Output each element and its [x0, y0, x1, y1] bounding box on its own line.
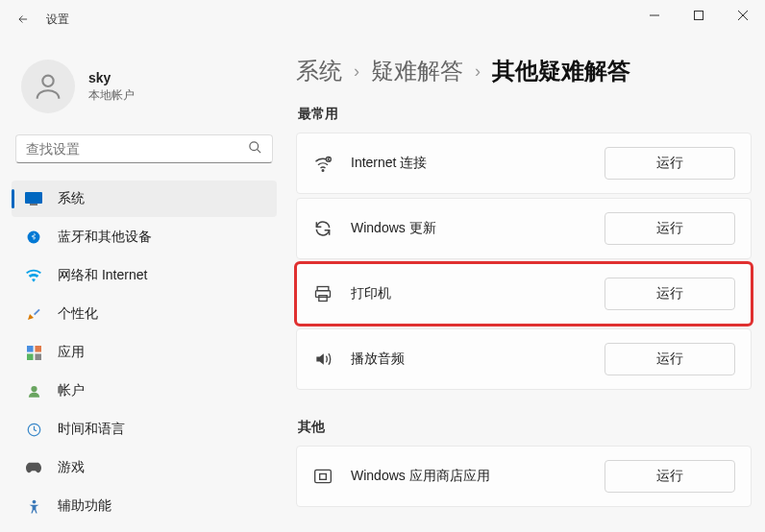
- breadcrumb-troubleshoot[interactable]: 疑难解答: [371, 56, 463, 86]
- avatar: [21, 60, 75, 113]
- troubleshooter-label: Windows 更新: [351, 220, 605, 237]
- apps-icon: [25, 344, 42, 361]
- nav: 系统 蓝牙和其他设备 网络和 Internet 个性化 应用 帐户: [12, 181, 277, 524]
- svg-point-16: [32, 499, 36, 503]
- troubleshooter-label: 播放音频: [351, 351, 605, 368]
- account-icon: [25, 382, 42, 399]
- breadcrumb: 系统 › 疑难解答 › 其他疑难解答: [296, 56, 752, 86]
- nav-network[interactable]: 网络和 Internet: [12, 257, 277, 294]
- svg-point-14: [31, 385, 37, 391]
- svg-rect-23: [320, 474, 327, 480]
- search-icon: [248, 140, 262, 158]
- minimize-button[interactable]: [632, 0, 677, 31]
- svg-rect-7: [25, 192, 42, 204]
- window-controls: [632, 0, 765, 31]
- troubleshooter-audio: 播放音频 运行: [296, 328, 752, 390]
- troubleshooter-printer: 打印机 运行: [296, 263, 752, 325]
- run-button[interactable]: 运行: [605, 147, 735, 180]
- run-button[interactable]: 运行: [605, 460, 735, 493]
- accessibility-icon: [25, 497, 42, 515]
- profile-name: sky: [88, 70, 135, 85]
- section-frequent-label: 最常用: [298, 106, 752, 123]
- nav-gaming[interactable]: 游戏: [12, 449, 277, 486]
- section-other-label: 其他: [298, 419, 752, 436]
- svg-rect-20: [316, 291, 331, 298]
- profile-subtitle: 本地帐户: [88, 87, 135, 104]
- breadcrumb-current: 其他疑难解答: [492, 56, 630, 86]
- troubleshooter-label: Windows 应用商店应用: [351, 468, 605, 485]
- chevron-right-icon: ›: [475, 61, 481, 82]
- svg-rect-21: [319, 296, 327, 302]
- troubleshooter-label: Internet 连接: [351, 155, 605, 172]
- svg-point-17: [322, 170, 324, 172]
- troubleshooter-store: Windows 应用商店应用 运行: [296, 446, 752, 507]
- svg-line-6: [257, 149, 260, 153]
- svg-rect-11: [35, 346, 41, 352]
- nav-label: 网络和 Internet: [58, 267, 147, 284]
- svg-point-5: [250, 141, 259, 150]
- svg-point-4: [42, 76, 53, 86]
- svg-rect-22: [315, 470, 332, 482]
- nav-label: 游戏: [58, 459, 85, 476]
- clock-icon: [25, 421, 42, 438]
- svg-rect-13: [35, 353, 41, 360]
- chevron-right-icon: ›: [354, 61, 359, 82]
- nav-system[interactable]: 系统: [12, 181, 277, 217]
- nav-label: 帐户: [58, 382, 85, 399]
- refresh-icon: [312, 218, 333, 239]
- svg-rect-10: [27, 346, 34, 352]
- svg-rect-8: [30, 204, 37, 206]
- run-button[interactable]: 运行: [605, 212, 735, 245]
- profile[interactable]: sky 本地帐户: [12, 46, 277, 134]
- wifi-icon: [25, 267, 42, 284]
- maximize-button[interactable]: [677, 0, 721, 31]
- gaming-icon: [25, 459, 42, 476]
- nav-label: 蓝牙和其他设备: [58, 229, 152, 246]
- svg-rect-1: [695, 12, 703, 20]
- svg-rect-12: [27, 353, 34, 360]
- nav-personalization[interactable]: 个性化: [12, 296, 277, 332]
- speaker-icon: [312, 349, 333, 370]
- run-button[interactable]: 运行: [605, 343, 735, 375]
- window-title: 设置: [46, 12, 69, 28]
- nav-label: 应用: [58, 344, 85, 361]
- back-button[interactable]: [8, 4, 38, 35]
- brush-icon: [25, 305, 42, 323]
- nav-bluetooth[interactable]: 蓝牙和其他设备: [12, 219, 277, 255]
- nav-label: 系统: [58, 190, 85, 207]
- wifi-icon: [312, 153, 333, 174]
- system-icon: [25, 190, 42, 207]
- run-button[interactable]: 运行: [605, 278, 735, 310]
- breadcrumb-system[interactable]: 系统: [296, 56, 342, 86]
- troubleshooter-label: 打印机: [351, 285, 605, 302]
- search-box[interactable]: [15, 134, 273, 163]
- content: 系统 › 疑难解答 › 其他疑难解答 最常用 Internet 连接 运行 Wi…: [288, 38, 765, 532]
- troubleshooter-update: Windows 更新 运行: [296, 198, 752, 259]
- sidebar: sky 本地帐户 系统 蓝牙和其他设备 网络和 Internet 个: [0, 38, 288, 532]
- nav-accessibility[interactable]: 辅助功能: [12, 488, 277, 524]
- nav-accounts[interactable]: 帐户: [12, 373, 277, 409]
- nav-label: 个性化: [58, 305, 98, 323]
- bluetooth-icon: [25, 229, 42, 246]
- nav-time-language[interactable]: 时间和语言: [12, 411, 277, 447]
- nav-label: 辅助功能: [58, 497, 111, 515]
- nav-label: 时间和语言: [58, 421, 125, 438]
- nav-apps[interactable]: 应用: [12, 334, 277, 371]
- troubleshooter-internet: Internet 连接 运行: [296, 133, 752, 194]
- store-icon: [312, 466, 333, 487]
- printer-icon: [312, 283, 333, 304]
- close-button[interactable]: [721, 0, 765, 31]
- search-input[interactable]: [26, 141, 248, 157]
